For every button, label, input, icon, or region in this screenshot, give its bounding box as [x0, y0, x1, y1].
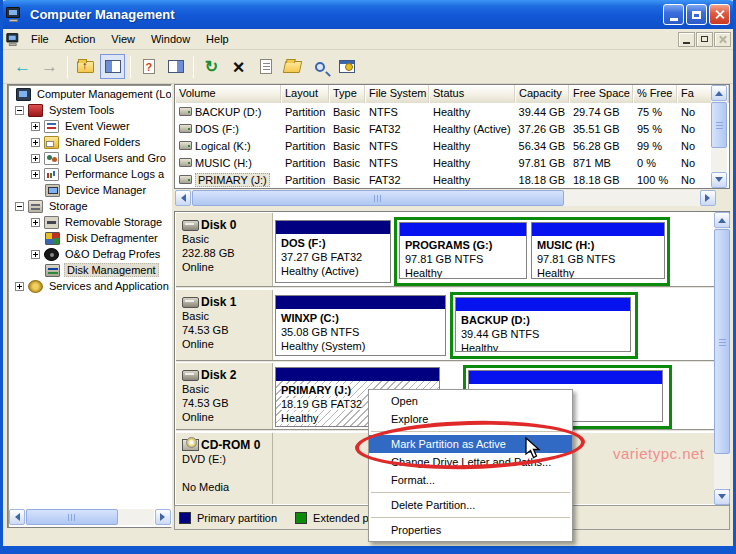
forward-button[interactable]	[37, 54, 62, 79]
console-window-button[interactable]	[334, 54, 359, 79]
expand-plus-icon[interactable]	[31, 250, 40, 259]
tree-item-device-manager[interactable]: Device Manager	[8, 182, 171, 198]
logical-drive-stripe	[400, 223, 526, 236]
scroll-right-button[interactable]	[700, 190, 716, 206]
close-button[interactable]	[709, 4, 730, 25]
tree-item-event-viewer[interactable]: Event Viewer	[8, 118, 171, 134]
table-row[interactable]: MUSIC (H:) Partition Basic NTFS Healthy …	[175, 154, 729, 171]
menu-file[interactable]: File	[23, 30, 57, 48]
cell-capacity: 97.81 GB	[515, 157, 569, 169]
column-header-layout[interactable]: Layout	[281, 85, 329, 103]
tree-item-disk-management[interactable]: Disk Management	[8, 262, 171, 278]
menu-view[interactable]: View	[103, 30, 143, 48]
scroll-left-button[interactable]	[175, 190, 191, 206]
tree-item-label: Performance Logs a	[63, 168, 166, 180]
partition-programs-g[interactable]: PROGRAMS (G:)97.81 GB NTFSHealthy	[399, 222, 527, 279]
tree-item-disk-defragmenter[interactable]: Disk Defragmenter	[8, 230, 171, 246]
partition-music-h[interactable]: MUSIC (H:)97.81 GB NTFSHealthy	[531, 222, 665, 279]
column-header-free-space[interactable]: Free Space	[569, 85, 633, 103]
thumb-grip	[719, 338, 726, 346]
collapse-minus-icon[interactable]	[15, 202, 24, 211]
cell-fault-tolerance: No	[677, 174, 707, 186]
mdi-close-button[interactable]	[714, 32, 731, 47]
minimize-icon	[670, 18, 678, 21]
cell-pct-free: 99 %	[633, 140, 677, 152]
disk2-header[interactable]: Disk 2 Basic 74.53 GB Online	[176, 363, 273, 429]
tree-item-oo-defrag[interactable]: O&O Defrag Profes	[8, 246, 171, 262]
table-row[interactable]: DOS (F:) Partition Basic FAT32 Healthy (…	[175, 120, 729, 137]
expand-plus-icon[interactable]	[31, 170, 40, 179]
maximize-button[interactable]	[686, 4, 707, 25]
help-button[interactable]	[136, 54, 161, 79]
mdi-close-icon	[718, 35, 727, 44]
scroll-up-button[interactable]	[711, 85, 727, 101]
menu-item-format[interactable]: Format...	[369, 471, 572, 489]
scroll-down-button[interactable]	[711, 172, 727, 188]
scroll-thumb[interactable]	[714, 229, 730, 454]
tree-item-computer-management[interactable]: Computer Management (Loc	[8, 86, 171, 102]
find-button[interactable]	[307, 54, 332, 79]
expand-plus-icon[interactable]	[15, 282, 24, 291]
scroll-up-button[interactable]	[714, 212, 730, 228]
tree-item-label: Computer Management (Loc	[35, 88, 171, 100]
refresh-button[interactable]	[199, 54, 224, 79]
column-header-pct-free[interactable]: % Free	[633, 85, 677, 103]
column-header-volume[interactable]: Volume	[175, 85, 281, 103]
tree-item-services[interactable]: Services and Application	[8, 278, 171, 294]
column-header-capacity[interactable]: Capacity	[515, 85, 569, 103]
minimize-button[interactable]	[663, 4, 684, 25]
disk-status: Online	[182, 260, 268, 274]
disk1-header[interactable]: Disk 1 Basic 74.53 GB Online	[176, 290, 273, 360]
event-viewer-icon	[44, 120, 59, 133]
menu-help[interactable]: Help	[198, 30, 237, 48]
scroll-down-button[interactable]	[714, 489, 730, 505]
tree-item-local-users[interactable]: Local Users and Gro	[8, 150, 171, 166]
watermark: varietypc.net	[613, 445, 705, 462]
partition-dos-f[interactable]: DOS (F:)37.27 GB FAT32Healthy (Active)	[275, 220, 391, 283]
menu-item-delete-partition[interactable]: Delete Partition...	[369, 496, 572, 514]
expand-plus-icon[interactable]	[31, 218, 40, 227]
menu-action[interactable]: Action	[57, 30, 104, 48]
mdi-restore-button[interactable]	[696, 32, 713, 47]
show-hide-console-tree-button[interactable]	[100, 54, 125, 79]
column-header-file-system[interactable]: File System	[365, 85, 429, 103]
delete-button[interactable]	[226, 54, 251, 79]
partition-winxp-c[interactable]: WINXP (C:)35.08 GB NTFSHealthy (System)	[275, 295, 446, 356]
cell-type: Basic	[329, 157, 365, 169]
up-one-level-button[interactable]	[73, 54, 98, 79]
collapse-minus-icon[interactable]	[15, 106, 24, 115]
title-bar[interactable]: Computer Management	[0, 0, 736, 29]
menu-window[interactable]: Window	[143, 30, 198, 48]
removable-storage-icon	[44, 216, 59, 229]
back-button[interactable]	[10, 54, 35, 79]
properties-button[interactable]	[253, 54, 278, 79]
scroll-thumb[interactable]	[711, 102, 727, 148]
expand-plus-icon[interactable]	[31, 122, 40, 131]
expand-plus-icon[interactable]	[31, 154, 40, 163]
scroll-left-button[interactable]	[9, 509, 25, 525]
tree-item-storage[interactable]: Storage	[8, 198, 171, 214]
tree-item-shared-folders[interactable]: Shared Folders	[8, 134, 171, 150]
scroll-thumb[interactable]	[26, 509, 118, 525]
menu-item-properties[interactable]: Properties	[369, 521, 572, 539]
cdrom-header[interactable]: CD-ROM 0 DVD (E:) No Media	[176, 433, 273, 504]
scroll-thumb[interactable]	[192, 190, 564, 206]
column-header-type[interactable]: Type	[329, 85, 365, 103]
tree-item-system-tools[interactable]: System Tools	[8, 102, 171, 118]
cell-file-system: FAT32	[365, 123, 429, 135]
table-row[interactable]: Logical (K:) Partition Basic NTFS Health…	[175, 137, 729, 154]
open-button[interactable]	[280, 54, 305, 79]
menu-item-open[interactable]: Open	[369, 392, 572, 410]
mdi-child-icon[interactable]	[6, 33, 21, 46]
table-row[interactable]: BACKUP (D:) Partition Basic NTFS Healthy…	[175, 103, 729, 120]
scroll-right-button[interactable]	[155, 509, 171, 525]
disk0-header[interactable]: Disk 0 Basic 232.88 GB Online	[176, 213, 273, 286]
column-header-status[interactable]: Status	[429, 85, 515, 103]
mdi-minimize-button[interactable]	[678, 32, 695, 47]
show-hide-action-pane-button[interactable]	[163, 54, 188, 79]
table-row-selected[interactable]: PRIMARY (J:) Partition Basic FAT32 Healt…	[175, 171, 729, 188]
tree-item-performance-logs[interactable]: Performance Logs a	[8, 166, 171, 182]
partition-backup-d[interactable]: BACKUP (D:)39.44 GB NTFSHealthy	[455, 297, 631, 352]
expand-plus-icon[interactable]	[31, 138, 40, 147]
tree-item-removable-storage[interactable]: Removable Storage	[8, 214, 171, 230]
